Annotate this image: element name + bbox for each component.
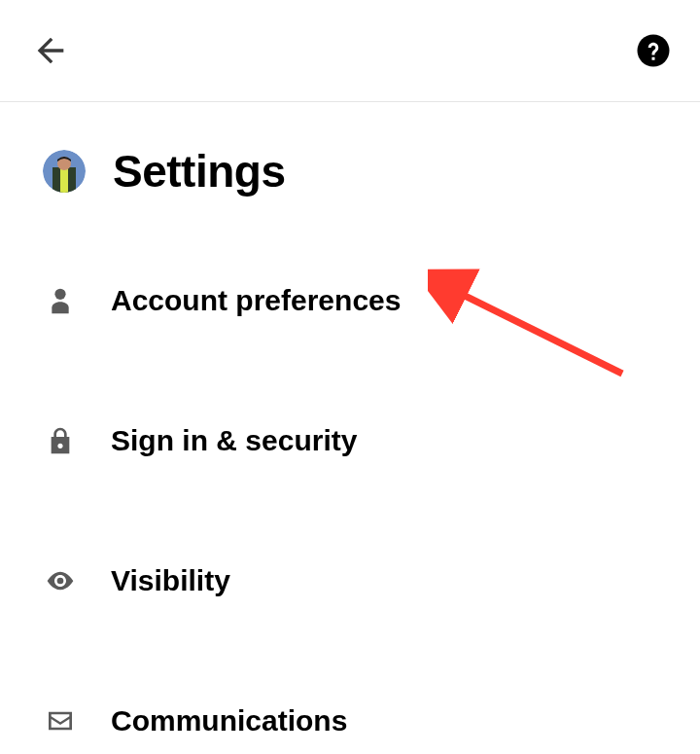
person-icon	[43, 283, 78, 318]
svg-rect-3	[60, 167, 68, 193]
menu-item-visibility[interactable]: Visibility	[43, 546, 657, 616]
help-icon	[636, 33, 671, 68]
page-header: Settings	[0, 102, 700, 197]
menu-label: Account preferences	[111, 284, 401, 317]
page-title: Settings	[113, 145, 285, 197]
svg-point-6	[57, 578, 64, 585]
menu-label: Visibility	[111, 564, 230, 597]
eye-icon	[43, 563, 78, 598]
menu-item-communications[interactable]: Communications	[43, 686, 657, 754]
menu-label: Communications	[111, 704, 347, 737]
settings-menu: Account preferences Sign in & security V…	[0, 197, 700, 754]
avatar[interactable]	[43, 150, 86, 193]
help-button[interactable]	[636, 33, 671, 68]
lock-icon	[43, 423, 78, 458]
menu-item-account-preferences[interactable]: Account preferences	[43, 266, 657, 336]
arrow-left-icon	[31, 31, 70, 70]
avatar-image	[43, 150, 86, 193]
menu-label: Sign in & security	[111, 424, 357, 457]
envelope-icon	[43, 703, 78, 738]
svg-point-5	[54, 289, 65, 300]
menu-item-sign-in-security[interactable]: Sign in & security	[43, 406, 657, 476]
back-button[interactable]	[29, 29, 72, 72]
topbar	[0, 0, 700, 102]
svg-point-0	[638, 35, 670, 67]
